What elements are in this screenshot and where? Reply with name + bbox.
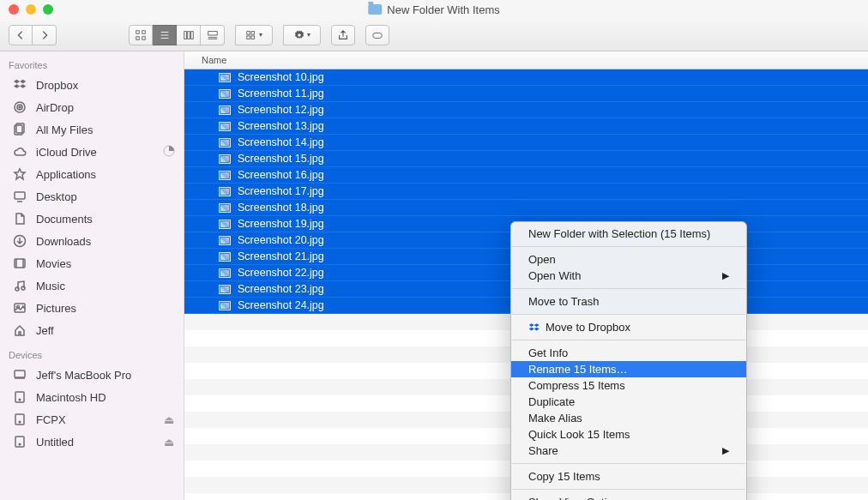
menu-item[interactable]: Rename 15 Items… — [511, 361, 746, 377]
sidebar-item[interactable]: Desktop — [0, 185, 184, 208]
sidebar-item[interactable]: All My Files — [0, 118, 184, 141]
cloud-icon — [12, 144, 27, 160]
sidebar-item[interactable]: Dropbox — [0, 74, 184, 96]
coverflow-view-button[interactable] — [201, 25, 225, 45]
menu-item[interactable]: Compress 15 Items — [511, 377, 746, 394]
sidebar-item[interactable]: Macintosh HD — [0, 386, 184, 408]
sidebar-item[interactable]: Pictures — [0, 297, 184, 319]
svg-point-31 — [21, 286, 25, 290]
disk-icon — [12, 412, 27, 427]
file-row[interactable]: Screenshot 11.jpg — [184, 86, 868, 102]
allfiles-icon — [12, 122, 27, 137]
file-row[interactable]: Screenshot 18.jpg — [184, 200, 868, 216]
menu-item[interactable]: Move to Dropbox — [511, 319, 746, 335]
sidebar-item[interactable]: Jeff's MacBook Pro — [0, 364, 184, 386]
svg-rect-24 — [15, 192, 25, 199]
menu-item[interactable]: New Folder with Selection (15 Items) — [511, 226, 746, 242]
arrange-button[interactable]: ▾ — [235, 25, 273, 45]
sidebar-item[interactable]: iCloud Drive — [0, 141, 184, 163]
svg-point-37 — [19, 399, 21, 401]
action-button-group: ▾ — [283, 25, 321, 45]
file-name: Screenshot 13.jpg — [238, 120, 324, 132]
image-file-icon — [219, 268, 231, 278]
maximize-window-button[interactable] — [43, 4, 53, 15]
action-button[interactable]: ▾ — [283, 25, 321, 45]
svg-rect-14 — [251, 31, 255, 34]
column-header[interactable]: Name — [184, 51, 868, 69]
column-view-button[interactable] — [177, 25, 201, 45]
image-file-icon — [219, 89, 231, 99]
menu-item[interactable]: Make Alias — [511, 410, 746, 426]
disk-icon — [12, 389, 27, 405]
sidebar-item[interactable]: Documents — [0, 208, 184, 230]
svg-rect-17 — [373, 33, 383, 38]
sidebar-item-label: iCloud Drive — [36, 146, 97, 159]
file-name: Screenshot 19.jpg — [238, 218, 324, 230]
menu-item[interactable]: Show View Options — [511, 494, 746, 500]
menu-item[interactable]: Get Info — [511, 345, 746, 361]
file-row[interactable]: Screenshot 12.jpg — [184, 102, 868, 118]
close-window-button[interactable] — [9, 4, 19, 15]
menu-item-label: Share — [528, 444, 558, 457]
file-row[interactable]: Screenshot 16.jpg — [184, 167, 868, 184]
sidebar-item[interactable]: Downloads — [0, 230, 184, 252]
svg-rect-13 — [247, 31, 250, 34]
file-name: Screenshot 24.jpg — [238, 299, 324, 311]
list-view-button[interactable] — [153, 25, 177, 45]
sidebar-item[interactable]: AirDrop — [0, 96, 184, 118]
file-row[interactable]: Screenshot 14.jpg — [184, 135, 868, 151]
menu-item[interactable]: Open — [511, 251, 746, 268]
sidebar-item[interactable]: Applications — [0, 163, 184, 185]
menu-item-label: Open — [528, 253, 556, 266]
file-row[interactable]: Screenshot 13.jpg — [184, 118, 868, 135]
forward-button[interactable] — [33, 25, 57, 45]
icon-view-button[interactable] — [129, 25, 153, 45]
minimize-window-button[interactable] — [26, 4, 36, 15]
sidebar-item-label: Downloads — [36, 235, 91, 248]
sidebar-item[interactable]: Jeff — [0, 319, 184, 341]
titlebar: New Folder With Items — [0, 0, 868, 19]
sidebar-item-label: All My Files — [36, 123, 93, 136]
file-area: Name Screenshot 10.jpgScreenshot 11.jpgS… — [184, 51, 868, 500]
image-file-icon — [219, 220, 231, 229]
menu-item[interactable]: Copy 15 Items — [511, 468, 746, 485]
image-file-icon — [219, 301, 231, 310]
menu-item-label: Copy 15 Items — [528, 470, 600, 483]
image-file-icon — [219, 252, 231, 262]
file-name: Screenshot 11.jpg — [238, 87, 324, 99]
eject-icon[interactable]: ⏏ — [163, 436, 175, 449]
back-button[interactable] — [9, 25, 33, 45]
image-file-icon — [219, 203, 231, 213]
file-row[interactable]: Screenshot 10.jpg — [184, 69, 868, 86]
image-file-icon — [219, 236, 231, 245]
file-row[interactable]: Screenshot 15.jpg — [184, 151, 868, 167]
sidebar-item[interactable]: Movies — [0, 252, 184, 274]
svg-rect-9 — [190, 31, 193, 39]
sidebar-item-label: Documents — [36, 213, 93, 226]
file-name: Screenshot 22.jpg — [238, 267, 324, 279]
sidebar-item[interactable]: Music — [0, 274, 184, 297]
window-title: New Folder With Items — [368, 3, 499, 16]
sidebar-item-label: Macintosh HD — [36, 391, 106, 404]
menu-item[interactable]: Share▶ — [511, 443, 746, 459]
file-name: Screenshot 23.jpg — [238, 283, 324, 295]
menu-item[interactable]: Duplicate — [511, 394, 746, 410]
sidebar-item[interactable]: FCPX⏏ — [0, 408, 184, 431]
tags-button[interactable] — [365, 25, 389, 45]
sidebar-item-label: Jeff's MacBook Pro — [36, 369, 131, 382]
menu-item[interactable]: Move to Trash — [511, 293, 746, 310]
menu-item[interactable]: Open With▶ — [511, 268, 746, 284]
menu-item[interactable]: Quick Look 15 Items — [511, 426, 746, 443]
svg-rect-7 — [184, 31, 186, 39]
arrange-button-group: ▾ — [235, 25, 273, 45]
image-file-icon — [219, 138, 231, 148]
sidebar-item-label: Untitled — [36, 436, 74, 449]
image-file-icon — [219, 171, 231, 180]
file-row[interactable]: Screenshot 17.jpg — [184, 184, 868, 200]
traffic-lights — [0, 4, 53, 15]
sidebar-item[interactable]: Untitled⏏ — [0, 431, 184, 453]
share-button[interactable] — [331, 25, 355, 45]
eject-icon[interactable]: ⏏ — [163, 413, 175, 426]
desktop-icon — [12, 189, 27, 204]
chevron-right-icon: ▶ — [722, 270, 729, 281]
